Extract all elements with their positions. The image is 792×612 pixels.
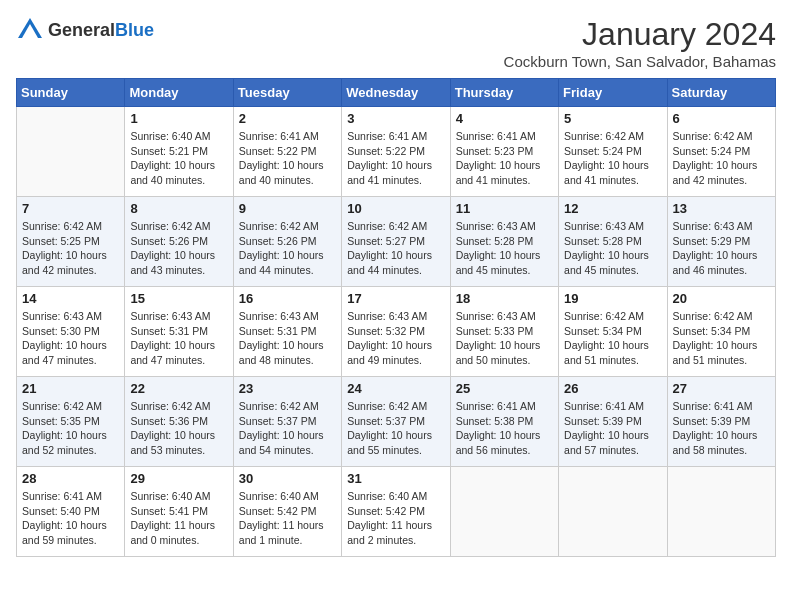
day-info: Sunrise: 6:41 AMSunset: 5:39 PMDaylight:… [564, 399, 661, 458]
calendar-cell: 18Sunrise: 6:43 AMSunset: 5:33 PMDayligh… [450, 287, 558, 377]
calendar-cell: 24Sunrise: 6:42 AMSunset: 5:37 PMDayligh… [342, 377, 450, 467]
day-info: Sunrise: 6:42 AMSunset: 5:36 PMDaylight:… [130, 399, 227, 458]
day-number: 24 [347, 381, 444, 396]
day-info: Sunrise: 6:42 AMSunset: 5:37 PMDaylight:… [239, 399, 336, 458]
calendar-header-wednesday: Wednesday [342, 79, 450, 107]
calendar-cell: 21Sunrise: 6:42 AMSunset: 5:35 PMDayligh… [17, 377, 125, 467]
day-info: Sunrise: 6:43 AMSunset: 5:28 PMDaylight:… [456, 219, 553, 278]
calendar-cell: 10Sunrise: 6:42 AMSunset: 5:27 PMDayligh… [342, 197, 450, 287]
day-info: Sunrise: 6:42 AMSunset: 5:34 PMDaylight:… [564, 309, 661, 368]
day-number: 3 [347, 111, 444, 126]
day-number: 9 [239, 201, 336, 216]
calendar-cell [450, 467, 558, 557]
logo: GeneralBlue [16, 16, 154, 44]
day-number: 26 [564, 381, 661, 396]
calendar-cell: 4Sunrise: 6:41 AMSunset: 5:23 PMDaylight… [450, 107, 558, 197]
calendar-header-row: SundayMondayTuesdayWednesdayThursdayFrid… [17, 79, 776, 107]
day-info: Sunrise: 6:41 AMSunset: 5:39 PMDaylight:… [673, 399, 770, 458]
day-number: 10 [347, 201, 444, 216]
day-number: 21 [22, 381, 119, 396]
main-title: January 2024 [504, 16, 776, 53]
calendar-header-monday: Monday [125, 79, 233, 107]
day-number: 2 [239, 111, 336, 126]
calendar-cell: 27Sunrise: 6:41 AMSunset: 5:39 PMDayligh… [667, 377, 775, 467]
day-number: 11 [456, 201, 553, 216]
day-number: 7 [22, 201, 119, 216]
calendar-cell: 2Sunrise: 6:41 AMSunset: 5:22 PMDaylight… [233, 107, 341, 197]
day-info: Sunrise: 6:40 AMSunset: 5:42 PMDaylight:… [347, 489, 444, 548]
day-number: 28 [22, 471, 119, 486]
calendar-cell: 8Sunrise: 6:42 AMSunset: 5:26 PMDaylight… [125, 197, 233, 287]
day-info: Sunrise: 6:42 AMSunset: 5:37 PMDaylight:… [347, 399, 444, 458]
day-number: 25 [456, 381, 553, 396]
calendar-cell: 9Sunrise: 6:42 AMSunset: 5:26 PMDaylight… [233, 197, 341, 287]
logo-general: General [48, 20, 115, 40]
calendar-cell: 31Sunrise: 6:40 AMSunset: 5:42 PMDayligh… [342, 467, 450, 557]
logo-icon [16, 16, 44, 44]
day-number: 8 [130, 201, 227, 216]
day-number: 29 [130, 471, 227, 486]
day-number: 20 [673, 291, 770, 306]
day-info: Sunrise: 6:43 AMSunset: 5:32 PMDaylight:… [347, 309, 444, 368]
day-number: 13 [673, 201, 770, 216]
calendar-week-row: 7Sunrise: 6:42 AMSunset: 5:25 PMDaylight… [17, 197, 776, 287]
calendar-cell: 30Sunrise: 6:40 AMSunset: 5:42 PMDayligh… [233, 467, 341, 557]
day-number: 27 [673, 381, 770, 396]
calendar-header-tuesday: Tuesday [233, 79, 341, 107]
calendar-cell: 29Sunrise: 6:40 AMSunset: 5:41 PMDayligh… [125, 467, 233, 557]
calendar-cell: 23Sunrise: 6:42 AMSunset: 5:37 PMDayligh… [233, 377, 341, 467]
day-info: Sunrise: 6:43 AMSunset: 5:30 PMDaylight:… [22, 309, 119, 368]
calendar-cell: 15Sunrise: 6:43 AMSunset: 5:31 PMDayligh… [125, 287, 233, 377]
subtitle: Cockburn Town, San Salvador, Bahamas [504, 53, 776, 70]
day-number: 1 [130, 111, 227, 126]
day-number: 6 [673, 111, 770, 126]
calendar-cell: 19Sunrise: 6:42 AMSunset: 5:34 PMDayligh… [559, 287, 667, 377]
day-info: Sunrise: 6:41 AMSunset: 5:38 PMDaylight:… [456, 399, 553, 458]
calendar-cell [17, 107, 125, 197]
calendar-cell: 22Sunrise: 6:42 AMSunset: 5:36 PMDayligh… [125, 377, 233, 467]
day-number: 4 [456, 111, 553, 126]
calendar-cell: 14Sunrise: 6:43 AMSunset: 5:30 PMDayligh… [17, 287, 125, 377]
day-info: Sunrise: 6:42 AMSunset: 5:26 PMDaylight:… [130, 219, 227, 278]
calendar-cell: 28Sunrise: 6:41 AMSunset: 5:40 PMDayligh… [17, 467, 125, 557]
day-info: Sunrise: 6:42 AMSunset: 5:27 PMDaylight:… [347, 219, 444, 278]
calendar-week-row: 1Sunrise: 6:40 AMSunset: 5:21 PMDaylight… [17, 107, 776, 197]
calendar-cell: 16Sunrise: 6:43 AMSunset: 5:31 PMDayligh… [233, 287, 341, 377]
day-info: Sunrise: 6:41 AMSunset: 5:40 PMDaylight:… [22, 489, 119, 548]
calendar-cell [667, 467, 775, 557]
calendar-header-friday: Friday [559, 79, 667, 107]
calendar-cell: 6Sunrise: 6:42 AMSunset: 5:24 PMDaylight… [667, 107, 775, 197]
day-number: 17 [347, 291, 444, 306]
header: GeneralBlue January 2024 Cockburn Town, … [16, 16, 776, 70]
calendar-week-row: 28Sunrise: 6:41 AMSunset: 5:40 PMDayligh… [17, 467, 776, 557]
day-number: 23 [239, 381, 336, 396]
calendar-week-row: 14Sunrise: 6:43 AMSunset: 5:30 PMDayligh… [17, 287, 776, 377]
day-info: Sunrise: 6:43 AMSunset: 5:31 PMDaylight:… [239, 309, 336, 368]
calendar-header-sunday: Sunday [17, 79, 125, 107]
day-info: Sunrise: 6:43 AMSunset: 5:29 PMDaylight:… [673, 219, 770, 278]
calendar-cell: 17Sunrise: 6:43 AMSunset: 5:32 PMDayligh… [342, 287, 450, 377]
day-info: Sunrise: 6:42 AMSunset: 5:34 PMDaylight:… [673, 309, 770, 368]
day-info: Sunrise: 6:40 AMSunset: 5:42 PMDaylight:… [239, 489, 336, 548]
day-info: Sunrise: 6:41 AMSunset: 5:23 PMDaylight:… [456, 129, 553, 188]
day-info: Sunrise: 6:42 AMSunset: 5:35 PMDaylight:… [22, 399, 119, 458]
day-info: Sunrise: 6:41 AMSunset: 5:22 PMDaylight:… [347, 129, 444, 188]
day-info: Sunrise: 6:41 AMSunset: 5:22 PMDaylight:… [239, 129, 336, 188]
day-number: 16 [239, 291, 336, 306]
day-info: Sunrise: 6:42 AMSunset: 5:25 PMDaylight:… [22, 219, 119, 278]
day-number: 12 [564, 201, 661, 216]
day-info: Sunrise: 6:42 AMSunset: 5:24 PMDaylight:… [564, 129, 661, 188]
day-number: 31 [347, 471, 444, 486]
day-number: 19 [564, 291, 661, 306]
calendar-table: SundayMondayTuesdayWednesdayThursdayFrid… [16, 78, 776, 557]
calendar-cell: 25Sunrise: 6:41 AMSunset: 5:38 PMDayligh… [450, 377, 558, 467]
calendar-cell: 13Sunrise: 6:43 AMSunset: 5:29 PMDayligh… [667, 197, 775, 287]
calendar-week-row: 21Sunrise: 6:42 AMSunset: 5:35 PMDayligh… [17, 377, 776, 467]
day-number: 18 [456, 291, 553, 306]
calendar-cell: 11Sunrise: 6:43 AMSunset: 5:28 PMDayligh… [450, 197, 558, 287]
day-number: 14 [22, 291, 119, 306]
calendar-cell: 7Sunrise: 6:42 AMSunset: 5:25 PMDaylight… [17, 197, 125, 287]
calendar-cell: 1Sunrise: 6:40 AMSunset: 5:21 PMDaylight… [125, 107, 233, 197]
day-info: Sunrise: 6:40 AMSunset: 5:21 PMDaylight:… [130, 129, 227, 188]
day-number: 22 [130, 381, 227, 396]
